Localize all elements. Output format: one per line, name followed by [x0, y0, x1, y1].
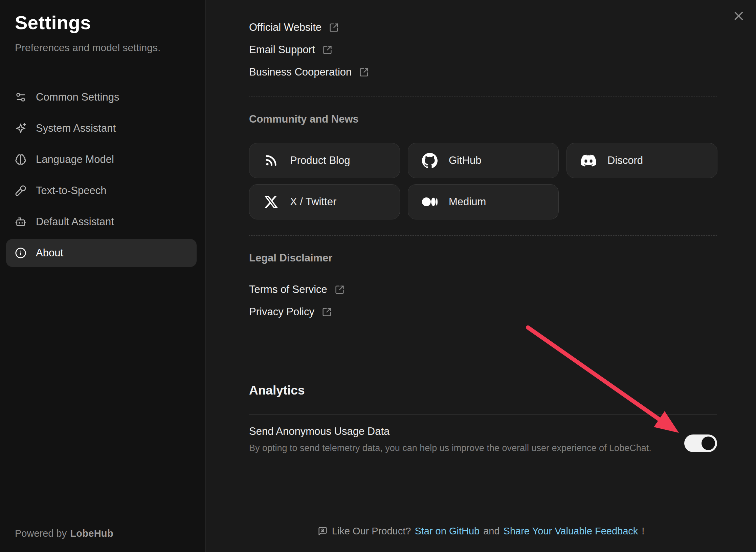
legal-heading: Legal Disclaimer	[249, 252, 332, 264]
github-button[interactable]: GitHub	[408, 143, 559, 178]
brain-icon	[15, 154, 26, 165]
sliders-icon	[15, 91, 26, 103]
card-label: Product Blog	[290, 154, 350, 167]
sidebar-item-common-settings[interactable]: Common Settings	[6, 83, 197, 111]
product-blog-button[interactable]: Product Blog	[249, 143, 400, 178]
send-usage-toggle[interactable]	[684, 434, 717, 452]
page-subtitle: Preferences and model settings.	[15, 42, 160, 54]
sidebar-item-system-assistant[interactable]: System Assistant	[6, 114, 197, 142]
lobehub-brand[interactable]: LobeHub	[70, 528, 113, 539]
github-icon	[422, 153, 438, 168]
mic-icon	[15, 185, 26, 196]
bot-icon	[15, 216, 26, 228]
sidebar-item-default-assistant[interactable]: Default Assistant	[6, 208, 197, 236]
external-link-icon	[335, 285, 344, 295]
link-label: Business Cooperation	[249, 66, 352, 78]
discord-button[interactable]: Discord	[566, 143, 717, 178]
sidebar-item-label: Common Settings	[36, 91, 119, 103]
email-support-link[interactable]: Email Support	[249, 42, 332, 58]
rss-icon	[263, 154, 279, 167]
card-label: GitHub	[449, 154, 481, 167]
card-label: Medium	[449, 196, 486, 208]
sidebar-item-label: Text-to-Speech	[36, 185, 107, 197]
privacy-policy-link[interactable]: Privacy Policy	[249, 304, 332, 320]
link-label: Official Website	[249, 21, 321, 34]
powered-by: Powered byLobeHub	[15, 528, 113, 539]
sidebar: Settings Preferences and model settings.…	[0, 0, 206, 552]
sidebar-item-label: Language Model	[36, 153, 114, 166]
footer-text: !	[642, 526, 644, 537]
sidebar-item-label: Default Assistant	[36, 216, 114, 228]
link-label: Privacy Policy	[249, 306, 314, 318]
link-label: Terms of Service	[249, 283, 327, 296]
card-label: Discord	[607, 154, 643, 167]
feedback-footer: Like Our Product? Star on GitHub and Sha…	[206, 526, 756, 537]
settings-modal: Settings Preferences and model settings.…	[0, 0, 756, 552]
discord-icon	[580, 153, 597, 168]
sidebar-item-label: System Assistant	[36, 122, 116, 134]
link-label: Email Support	[249, 44, 315, 56]
x-twitter-icon	[263, 195, 279, 209]
send-usage-data-description: By opting to send telemetry data, you ca…	[249, 443, 651, 453]
divider	[249, 235, 717, 236]
sidebar-nav: Common Settings System Assistant Languag…	[6, 83, 197, 270]
footer-text: Like Our Product?	[332, 526, 411, 537]
x-twitter-button[interactable]: X / Twitter	[249, 184, 400, 219]
star-on-github-link[interactable]: Star on GitHub	[415, 526, 480, 537]
external-link-icon	[323, 45, 332, 55]
analytics-heading: Analytics	[249, 383, 305, 398]
community-heading: Community and News	[249, 113, 359, 125]
sidebar-item-label: About	[36, 247, 63, 259]
close-icon	[732, 9, 746, 23]
sparkles-icon	[15, 123, 26, 134]
sidebar-item-language-model[interactable]: Language Model	[6, 146, 197, 173]
page-title: Settings	[15, 12, 91, 34]
medium-icon	[422, 194, 438, 210]
toggle-knob	[702, 437, 715, 450]
powered-by-text: Powered by	[15, 528, 67, 539]
external-link-icon	[359, 67, 369, 77]
divider	[249, 415, 717, 415]
footer-text: and	[483, 526, 499, 537]
sidebar-item-text-to-speech[interactable]: Text-to-Speech	[6, 177, 197, 205]
terms-of-service-link[interactable]: Terms of Service	[249, 281, 344, 298]
sidebar-item-about[interactable]: About	[6, 239, 197, 267]
info-icon	[15, 247, 26, 259]
card-label: X / Twitter	[290, 196, 336, 208]
external-link-icon	[329, 23, 339, 33]
about-panel: Contact Us Official Website Email Suppor…	[206, 0, 756, 552]
medium-button[interactable]: Medium	[408, 184, 559, 219]
divider	[249, 97, 717, 97]
send-usage-data-label: Send Anonymous Usage Data	[249, 425, 390, 438]
business-cooperation-link[interactable]: Business Cooperation	[249, 64, 369, 80]
official-website-link[interactable]: Official Website	[249, 19, 339, 36]
feedback-bubble-icon	[318, 526, 328, 536]
external-link-icon	[322, 307, 332, 317]
close-button[interactable]	[730, 7, 747, 24]
share-feedback-link[interactable]: Share Your Valuable Feedback	[504, 526, 638, 537]
